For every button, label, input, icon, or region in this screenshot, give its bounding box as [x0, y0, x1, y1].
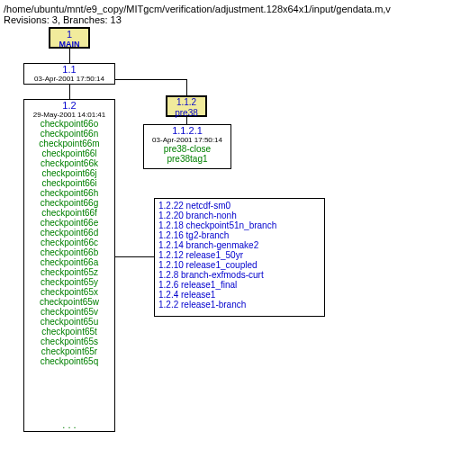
file-path: /home/ubuntu/mnt/e9_copy/MITgcm/verifica… [4, 4, 391, 14]
branch-row: 1.2.10 release1_coupled [158, 260, 321, 270]
rev12-tag: checkpoint65t [26, 327, 113, 337]
rev12-tag: checkpoint65z [26, 267, 113, 277]
rev12-tag: checkpoint66l [26, 148, 113, 158]
node-rev-1-1[interactable]: 1.1 03-Apr-2001 17:50:14 [23, 63, 115, 85]
branch-row: 1.2.6 release1_final [158, 280, 321, 290]
rev12-tag: checkpoint66c [26, 238, 113, 247]
rev12-tag: checkpoint65v [26, 307, 113, 317]
branch-row: 1.2.12 release1_50yr [158, 250, 321, 260]
rev12-tag: checkpoint66j [26, 168, 113, 178]
rev1121-num: 1.1.2.1 [146, 126, 229, 137]
branch-row: 1.2.22 netcdf-sm0 [158, 201, 321, 211]
rev12-tag: checkpoint66g [26, 198, 113, 208]
rev12-tag: checkpoint66n [26, 129, 113, 139]
rev12-tag: checkpoint65u [26, 317, 113, 327]
rev12-tag: checkpoint66b [26, 247, 113, 257]
rev1121-tag-1: pre38tag1 [146, 154, 229, 164]
rev12-tag: checkpoint65x [26, 287, 113, 297]
pre38-num: 1.1.2 [169, 98, 203, 108]
node-rev-1-2[interactable]: 1.2 29-May-2001 14:01:41 checkpoint66o c… [23, 99, 115, 421]
branch-row: 1.2.2 release1-branch [158, 300, 321, 310]
pre38-label: pre38 [175, 108, 198, 118]
rev12-tag: checkpoint65w [26, 297, 113, 307]
branch-row: 1.2.14 branch-genmake2 [158, 240, 321, 250]
rev12-tag: checkpoint66d [26, 228, 113, 238]
branch-row: 1.2.20 branch-nonh [158, 211, 321, 220]
branch-list-box[interactable]: 1.2.22 netcdf-sm0 1.2.20 branch-nonh 1.2… [154, 198, 325, 317]
rev12-tag: checkpoint65s [26, 337, 113, 346]
rev12-ellipsis-box: . . . [23, 419, 115, 432]
rev12-tag: checkpoint66i [26, 178, 113, 188]
rev12-tag: checkpoint66f [26, 208, 113, 218]
rev11-num: 1.1 [26, 65, 113, 76]
rev12-tag: checkpoint65r [26, 346, 113, 356]
rev1121-tag-0: pre38-close [146, 144, 229, 154]
rev-stats: Revisions: 3, Branches: 13 [4, 14, 122, 25]
rev12-tag: checkpoint66e [26, 218, 113, 228]
header: /home/ubuntu/mnt/e9_copy/MITgcm/verifica… [4, 4, 461, 25]
rev12-tag: checkpoint66o [26, 119, 113, 129]
branch-row: 1.2.18 checkpoint51n_branch [158, 220, 321, 230]
rev12-ellipsis: . . . [62, 419, 76, 430]
branch-row: 1.2.16 tg2-branch [158, 230, 321, 240]
rev11-date: 03-Apr-2001 17:50:14 [26, 76, 113, 83]
rev12-tag: checkpoint66m [26, 139, 113, 148]
rev12-tag: checkpoint66k [26, 158, 113, 168]
graph-canvas: 1 MAIN 1.1 03-Apr-2001 17:50:14 1.1.2 pr… [4, 27, 454, 468]
main-label: MAIN [52, 40, 86, 49]
node-main[interactable]: 1 MAIN [49, 27, 90, 49]
rev12-tag: checkpoint65y [26, 277, 113, 287]
rev12-tag: checkpoint66h [26, 188, 113, 198]
rev12-tag: checkpoint65q [26, 356, 113, 366]
branch-line-v [186, 79, 187, 95]
rev12-date: 29-May-2001 14:01:41 [26, 112, 113, 119]
rev12-num: 1.2 [26, 101, 113, 112]
rev1121-date: 03-Apr-2001 17:50:14 [146, 137, 229, 144]
branch-row: 1.2.4 release1 [158, 290, 321, 300]
main-num: 1 [52, 30, 86, 40]
branch-row: 1.2.8 branch-exfmods-curt [158, 270, 321, 280]
node-pre38[interactable]: 1.1.2 pre38 [166, 95, 207, 117]
pre38-to-rev-line [186, 117, 187, 124]
node-rev-1-1-2-1[interactable]: 1.1.2.1 03-Apr-2001 17:50:14 pre38-close… [143, 124, 231, 169]
rev12-tag: checkpoint66a [26, 257, 113, 267]
